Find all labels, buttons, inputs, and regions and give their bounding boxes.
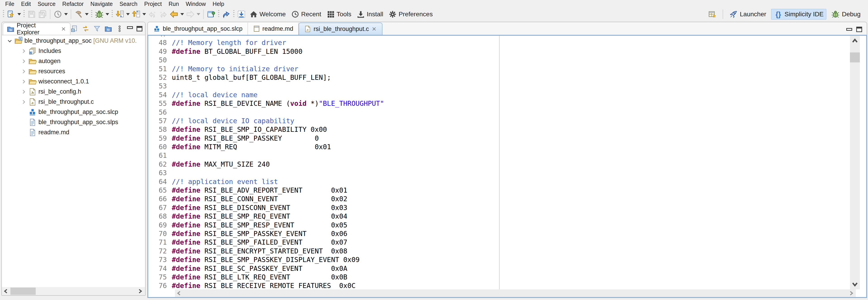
dropdown-arrow-icon[interactable] bbox=[105, 13, 109, 16]
pin-editor-button[interactable] bbox=[206, 9, 217, 20]
chevron-right-icon[interactable] bbox=[21, 48, 27, 54]
package-explorer-button[interactable] bbox=[104, 25, 112, 33]
menu-item[interactable]: Source bbox=[34, 0, 59, 7]
tab-rsi-ble-throughput[interactable]: rsi_ble_throughput.c bbox=[299, 23, 382, 35]
device-button[interactable] bbox=[53, 9, 69, 20]
maximize-editor-button[interactable] bbox=[856, 27, 862, 32]
tree-item-autogen[interactable]: autogen bbox=[2, 56, 145, 66]
forward-button[interactable] bbox=[158, 9, 168, 20]
tree-item-wiseconnect[interactable]: wiseconnect_1.0.1 bbox=[2, 77, 145, 87]
menu-item[interactable]: Navigate bbox=[87, 0, 116, 7]
tree-item-rsi-ble-throughput-c[interactable]: rsi_ble_throughput.c bbox=[2, 97, 145, 107]
tree-item-slps[interactable]: ble_throughput_app_soc.slps bbox=[2, 117, 145, 127]
recent-button[interactable]: Recent bbox=[288, 9, 324, 20]
tree-item-rsi-ble-config-h[interactable]: rsi_ble_config.h bbox=[2, 87, 145, 97]
tree-item-readme[interactable]: readme.md bbox=[2, 127, 145, 138]
scroll-left-icon[interactable] bbox=[176, 290, 183, 296]
dropdown-arrow-icon[interactable] bbox=[64, 13, 68, 16]
menu-item[interactable]: File bbox=[2, 0, 18, 7]
scrollbar-thumb[interactable] bbox=[10, 288, 36, 295]
code-line: 66 #define RSI_BLE_CONN_EVENT 0x02 bbox=[148, 194, 856, 203]
menu-item[interactable]: Run bbox=[165, 0, 182, 7]
code-line: 71 #define RSI_BLE_SMP_FAILED_EVENT 0x07 bbox=[148, 238, 856, 247]
menu-item[interactable]: Project bbox=[141, 0, 165, 7]
code-line: 61 bbox=[148, 151, 856, 160]
flash-upload-button[interactable] bbox=[131, 9, 147, 20]
tree-item-includes[interactable]: Includes bbox=[2, 46, 145, 56]
build-button[interactable] bbox=[73, 9, 90, 20]
welcome-button[interactable]: Welcome bbox=[247, 9, 288, 20]
code-editor[interactable]: 47 48 //! Memory length for driver 49 #d… bbox=[147, 35, 867, 298]
minimize-view-button[interactable] bbox=[127, 26, 133, 29]
maximize-view-button[interactable] bbox=[136, 26, 143, 31]
project-explorer-tab[interactable]: Project Explorer bbox=[3, 23, 70, 35]
menu-item[interactable]: Window bbox=[182, 0, 209, 7]
new-button[interactable] bbox=[6, 9, 22, 20]
back-button[interactable] bbox=[147, 9, 158, 20]
line-number: 60 bbox=[148, 143, 172, 151]
scroll-down-icon[interactable] bbox=[851, 280, 859, 288]
filter-button[interactable] bbox=[93, 25, 101, 33]
chevron-right-icon[interactable] bbox=[21, 79, 27, 85]
ide-download-icon bbox=[237, 10, 246, 19]
close-icon[interactable] bbox=[61, 26, 66, 32]
next-edit-location-button[interactable] bbox=[185, 9, 201, 20]
menu-bar: File Edit Source Refactor Navigate Searc… bbox=[0, 0, 868, 8]
launcher-perspective-button[interactable]: Launcher bbox=[726, 9, 769, 20]
dropdown-arrow-icon[interactable] bbox=[18, 13, 21, 16]
launch-console-button[interactable] bbox=[221, 9, 232, 20]
editor-vertical-scrollbar[interactable] bbox=[850, 36, 860, 289]
tools-button[interactable]: Tools bbox=[324, 9, 354, 20]
chevron-down-icon[interactable] bbox=[7, 38, 13, 44]
explorer-horizontal-scrollbar[interactable] bbox=[2, 287, 145, 295]
flash-download-button[interactable] bbox=[114, 9, 131, 20]
chevron-right-icon[interactable] bbox=[21, 99, 27, 105]
tab-slcp[interactable]: ble_throughput_app_soc.slcp bbox=[148, 23, 248, 35]
line-number: 67 bbox=[148, 204, 172, 212]
line-number: 52 bbox=[148, 73, 172, 82]
scroll-left-icon[interactable] bbox=[3, 288, 9, 294]
line-number: 66 bbox=[148, 194, 172, 203]
debug-perspective-button[interactable]: Debug bbox=[828, 9, 864, 20]
tree-item-resources[interactable]: resources bbox=[2, 66, 145, 77]
collapse-all-button[interactable] bbox=[70, 25, 78, 33]
chevron-right-icon[interactable] bbox=[21, 68, 27, 74]
open-perspective-button[interactable] bbox=[705, 9, 719, 20]
preferences-button[interactable]: Preferences bbox=[386, 9, 435, 20]
line-number: 70 bbox=[148, 230, 172, 238]
tree-item-slcp[interactable]: ble_throughput_app_soc.slcp bbox=[2, 107, 145, 117]
menu-item[interactable]: Refactor bbox=[59, 0, 87, 7]
commander-button[interactable] bbox=[236, 9, 247, 20]
install-button[interactable]: Install bbox=[354, 9, 386, 20]
tree-item-project[interactable]: ble_throughput_app_soc [GNU ARM v10. bbox=[2, 36, 145, 46]
dropdown-arrow-icon[interactable] bbox=[143, 13, 146, 16]
dropdown-arrow-icon[interactable] bbox=[197, 13, 200, 16]
simplicity-ide-perspective-button[interactable]: Simplicity IDE bbox=[771, 9, 827, 20]
editor-horizontal-scrollbar[interactable] bbox=[175, 289, 856, 297]
minimize-editor-button[interactable] bbox=[846, 28, 852, 31]
tab-readme[interactable]: readme.md bbox=[248, 23, 299, 35]
dropdown-arrow-icon[interactable] bbox=[180, 13, 184, 16]
link-with-editor-button[interactable] bbox=[82, 25, 90, 33]
dropdown-arrow-icon[interactable] bbox=[126, 13, 130, 16]
close-icon[interactable] bbox=[371, 26, 377, 32]
menu-item[interactable]: Search bbox=[116, 0, 141, 7]
chevron-right-icon[interactable] bbox=[21, 58, 27, 64]
toolbar: Welcome Recent Tools Install bbox=[0, 8, 868, 21]
menu-item[interactable]: Help bbox=[209, 0, 228, 7]
save-all-button[interactable] bbox=[37, 9, 48, 20]
debug-button[interactable] bbox=[94, 9, 110, 20]
scrollbar-thumb[interactable] bbox=[850, 53, 860, 62]
save-button[interactable] bbox=[26, 9, 37, 20]
last-edit-location-button[interactable] bbox=[168, 9, 185, 20]
scroll-up-icon[interactable] bbox=[851, 37, 859, 45]
line-number: 61 bbox=[148, 151, 172, 160]
build-config-decorator: [GNU ARM v10. bbox=[92, 37, 137, 44]
chevron-right-icon[interactable] bbox=[21, 89, 27, 95]
menu-item[interactable]: Edit bbox=[18, 0, 34, 7]
scroll-right-icon[interactable] bbox=[137, 288, 144, 294]
scroll-right-icon[interactable] bbox=[848, 290, 855, 296]
dropdown-arrow-icon[interactable] bbox=[85, 13, 89, 16]
code-viewport[interactable]: 47 48 //! Memory length for driver 49 #d… bbox=[148, 36, 856, 289]
view-menu-button[interactable] bbox=[116, 25, 123, 33]
